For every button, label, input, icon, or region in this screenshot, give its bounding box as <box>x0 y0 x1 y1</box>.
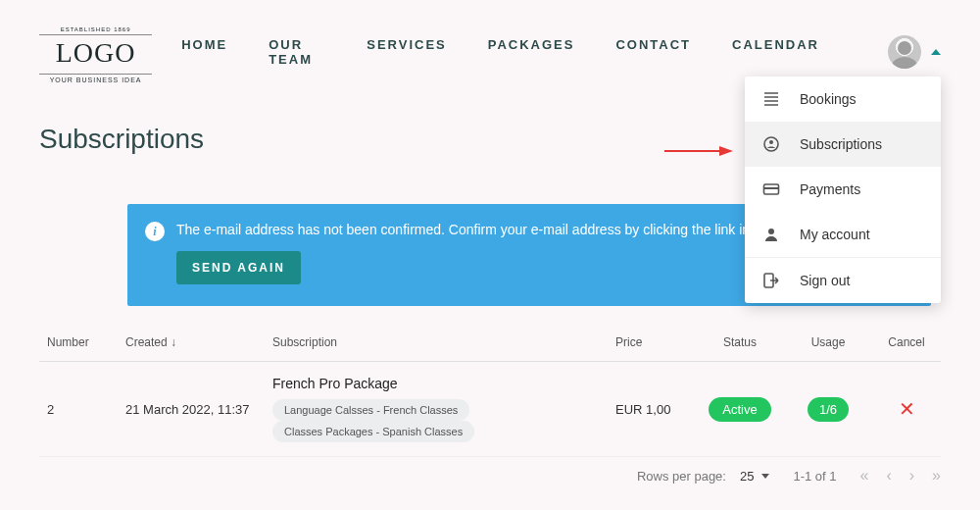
prev-page-button[interactable]: ‹ <box>886 467 891 484</box>
svg-rect-9 <box>764 187 779 189</box>
user-icon <box>762 226 780 243</box>
caret-up-icon <box>931 49 941 55</box>
col-created[interactable]: Created ↓ <box>118 324 265 362</box>
avatar-icon <box>888 35 921 69</box>
logo-main: LOGO <box>39 37 152 69</box>
card-icon <box>762 180 780 198</box>
col-number[interactable]: Number <box>39 324 118 362</box>
nav-packages[interactable]: PACKAGES <box>488 37 575 67</box>
rows-per-page-label: Rows per page: <box>637 469 726 484</box>
nav-contact[interactable]: CONTACT <box>615 37 691 67</box>
subscriptions-table: Number Created ↓ Subscription Price Stat… <box>39 324 941 457</box>
dropdown-item-label: Payments <box>800 181 860 197</box>
signout-icon <box>762 272 780 289</box>
usage-badge: 1/6 <box>808 397 849 422</box>
svg-marker-1 <box>719 146 733 156</box>
col-cancel[interactable]: Cancel <box>872 324 941 362</box>
status-badge: Active <box>709 397 770 422</box>
user-menu-toggle[interactable] <box>888 35 941 69</box>
cancel-button[interactable]: ✕ <box>872 362 941 457</box>
dropdown-item-sign-out[interactable]: Sign out <box>745 258 941 303</box>
cell-subscription: French Pro Package Language Calsses - Fr… <box>265 362 608 457</box>
dropdown-item-label: Subscriptions <box>800 136 882 152</box>
page-range: 1-1 of 1 <box>793 469 836 484</box>
cell-number: 2 <box>39 362 118 457</box>
svg-point-7 <box>769 140 773 144</box>
col-status[interactable]: Status <box>696 324 784 362</box>
dropdown-item-label: Sign out <box>800 273 850 288</box>
last-page-button[interactable]: » <box>932 467 941 484</box>
logo: ESTABLISHED 1869 LOGO YOUR BUSINESS IDEA <box>39 18 152 86</box>
next-page-button[interactable]: › <box>909 467 914 484</box>
pagination: Rows per page: 25 1-1 of 1 « ‹ › » <box>0 457 980 484</box>
dropdown-item-my-account[interactable]: My account <box>745 212 941 257</box>
col-subscription[interactable]: Subscription <box>265 324 608 362</box>
sort-down-icon: ↓ <box>171 335 176 349</box>
subscription-title: French Pro Package <box>272 376 600 391</box>
user-dropdown: Bookings Subscriptions Payments My accou… <box>745 76 941 303</box>
table-row: 2 21 March 2022, 11:37 French Pro Packag… <box>39 362 941 457</box>
cell-created: 21 March 2022, 11:37 <box>118 362 265 457</box>
caret-down-icon <box>761 474 769 479</box>
col-usage[interactable]: Usage <box>784 324 872 362</box>
dropdown-item-bookings[interactable]: Bookings <box>745 76 941 122</box>
svg-point-10 <box>768 229 774 234</box>
rows-per-page-select[interactable]: 25 <box>740 469 769 484</box>
nav-calendar[interactable]: CALENDAR <box>732 37 819 67</box>
cell-price: EUR 1,00 <box>608 362 696 457</box>
annotation-arrow-icon <box>664 146 733 156</box>
dropdown-item-payments[interactable]: Payments <box>745 167 941 212</box>
logo-sub: YOUR BUSINESS IDEA <box>39 74 152 83</box>
subscription-chip: Classes Packages - Spanish Classes <box>272 421 474 442</box>
dropdown-item-label: My account <box>800 227 870 242</box>
nav-services[interactable]: SERVICES <box>367 37 447 67</box>
col-price[interactable]: Price <box>608 324 696 362</box>
first-page-button[interactable]: « <box>860 467 869 484</box>
dropdown-item-label: Bookings <box>800 91 857 107</box>
main-nav: HOME OUR TEAM SERVICES PACKAGES CONTACT … <box>181 37 819 67</box>
logo-established: ESTABLISHED 1869 <box>39 26 152 35</box>
info-icon: i <box>145 222 165 241</box>
send-again-button[interactable]: SEND AGAIN <box>176 251 301 284</box>
subscription-chip: Language Calsses - French Classes <box>272 399 469 421</box>
refresh-user-icon <box>762 135 780 153</box>
list-icon <box>762 90 780 108</box>
dropdown-item-subscriptions[interactable]: Subscriptions <box>745 122 941 167</box>
nav-home[interactable]: HOME <box>181 37 227 67</box>
nav-our-team[interactable]: OUR TEAM <box>269 37 325 67</box>
